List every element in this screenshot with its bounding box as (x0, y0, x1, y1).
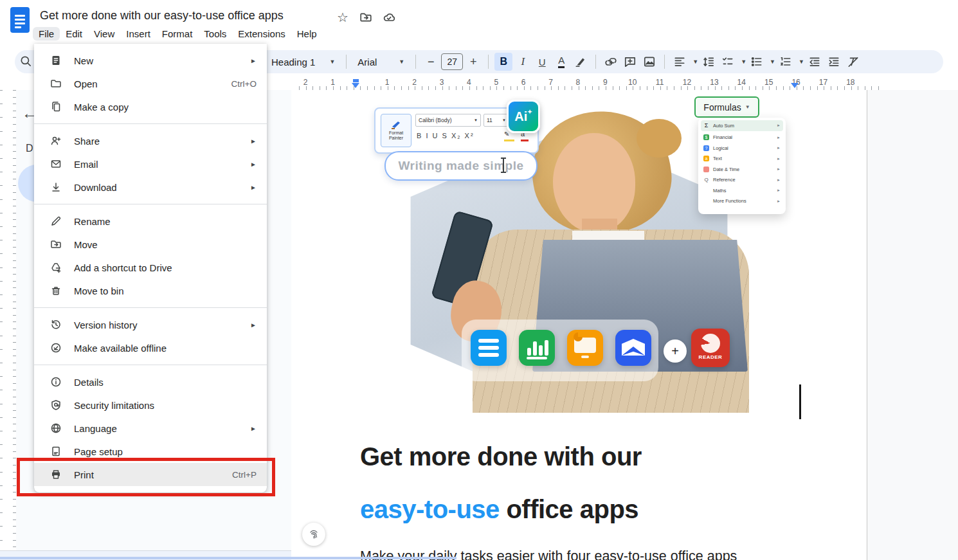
trash-icon (50, 285, 62, 296)
google-docs-app: { "colors": { "annotation_red": "#e1251b… (0, 0, 958, 560)
writing-made-simple-pill: Writing made simple (384, 151, 538, 181)
submenu-arrow-icon: ► (250, 184, 257, 191)
add-comment-icon[interactable] (621, 53, 639, 71)
share-person-add-icon (50, 135, 62, 147)
copy-icon (50, 101, 62, 113)
chevron-down-icon: ▼ (770, 59, 775, 65)
menu-item-rename[interactable]: Rename (34, 210, 267, 233)
menu-item-add-shortcut-to-drive[interactable]: Add a shortcut to Drive (34, 256, 267, 279)
mail-app-icon (615, 330, 651, 366)
decrease-font-size-button[interactable]: − (422, 53, 440, 71)
font-size-input[interactable]: 27 (441, 53, 463, 70)
menu-format[interactable]: Format (156, 27, 199, 41)
menu-item-move[interactable]: Move (34, 233, 267, 256)
menu-item-version-history[interactable]: Version history ► (34, 313, 267, 336)
menu-item-language[interactable]: Language ► (34, 417, 267, 440)
star-icon[interactable]: ☆ (336, 10, 350, 24)
right-indent-marker[interactable] (791, 83, 799, 88)
chevron-down-icon: ▼ (329, 59, 335, 65)
menu-item-share[interactable]: Share ► (34, 129, 267, 152)
insert-image-icon[interactable] (640, 53, 658, 71)
open-folder-icon (50, 78, 62, 89)
first-line-indent-marker[interactable] (353, 79, 359, 82)
hero-image: + READER Format Painter Calibri (Body)▼ … (360, 93, 797, 413)
menu-item-security-limitations[interactable]: Security limitations (34, 393, 267, 417)
mini-format-buttons: B I U S X₂ X² (417, 132, 474, 140)
menu-bar: File Edit View Insert Format Tools Exten… (33, 25, 323, 42)
menu-file[interactable]: File (33, 27, 60, 41)
vertical-ruler (0, 90, 17, 560)
clear-formatting-icon[interactable] (844, 53, 862, 71)
menu-help[interactable]: Help (291, 27, 323, 41)
sheets-app-icon (519, 330, 555, 366)
formatting-toolbar: Heading 1▼ Arial▼ − 27 + B I U A ▼ ▼ ▼ ▼ (266, 50, 862, 73)
text-cursor (799, 384, 801, 419)
underline-button[interactable]: U (533, 53, 551, 71)
line-spacing-icon[interactable] (700, 53, 718, 71)
menu-tools[interactable]: Tools (198, 27, 232, 41)
bold-button[interactable]: B (494, 53, 512, 71)
file-menu-dropdown: New ► Open Ctrl+O Make a copy Share ► Em… (34, 44, 267, 492)
highlight-color-icon[interactable] (572, 53, 590, 71)
text-color-button[interactable]: A (552, 53, 570, 71)
left-indent-marker[interactable] (352, 83, 359, 88)
menu-item-make-available-offline[interactable]: Make available offline (34, 336, 267, 359)
formulas-menu: ΣAuto Sum► $Financial► ?Logical► aText► … (698, 118, 786, 214)
ibeam-cursor-icon (503, 158, 504, 173)
align-icon[interactable] (671, 53, 689, 71)
paragraph-style-selector[interactable]: Heading 1▼ (266, 57, 340, 68)
cloud-saved-icon[interactable] (382, 10, 396, 24)
font-selector[interactable]: Arial▼ (352, 57, 410, 68)
menu-insert[interactable]: Insert (120, 27, 156, 41)
search-icon[interactable] (19, 55, 32, 70)
menu-item-download[interactable]: Download ► (34, 176, 267, 199)
increase-font-size-button[interactable]: + (464, 53, 482, 71)
bulleted-list-icon[interactable] (748, 53, 766, 71)
move-folder-icon[interactable] (359, 10, 373, 24)
chevron-down-icon: ▼ (399, 59, 404, 65)
insert-link-icon[interactable] (602, 53, 620, 71)
panel-partial-text: D (26, 143, 33, 154)
document-page[interactable]: + READER Format Painter Calibri (Body)▼ … (291, 90, 867, 560)
reader-app-icon: READER (691, 329, 730, 367)
menu-view[interactable]: View (88, 27, 120, 41)
drive-shortcut-icon (50, 262, 62, 273)
chevron-down-icon: ▼ (799, 59, 804, 65)
menu-extensions[interactable]: Extensions (232, 27, 291, 41)
mini-font-selector: Calibri (Body)▼ (415, 114, 481, 127)
document-title[interactable]: Get more done with our easy-to-use offic… (40, 9, 284, 23)
submenu-arrow-icon: ► (250, 57, 257, 64)
menu-item-email[interactable]: Email ► (34, 152, 267, 176)
doc-heading-line1[interactable]: Get more done with our (360, 442, 642, 471)
ai-badge-icon: Ai✦ (507, 100, 540, 133)
menu-item-details[interactable]: Details (34, 370, 267, 393)
menu-item-open[interactable]: Open Ctrl+O (34, 72, 267, 95)
decrease-indent-icon[interactable] (806, 53, 824, 71)
menu-edit[interactable]: Edit (60, 27, 88, 41)
google-docs-logo[interactable] (10, 7, 30, 33)
offline-check-icon (50, 342, 62, 354)
submenu-arrow-icon: ► (250, 425, 257, 432)
doc-heading-line2[interactable]: easy-to-use office apps (360, 495, 638, 524)
menu-item-make-a-copy[interactable]: Make a copy (34, 95, 267, 118)
new-doc-icon (50, 55, 62, 66)
italic-button[interactable]: I (514, 53, 532, 71)
checklist-icon[interactable] (719, 53, 737, 71)
language-globe-icon (50, 422, 62, 434)
right-gutter (867, 90, 958, 560)
numbered-list-icon[interactable] (777, 53, 795, 71)
page-setup-icon (50, 446, 62, 457)
plus-icon: + (664, 339, 687, 363)
menu-item-new[interactable]: New ► (34, 49, 267, 72)
menu-item-move-to-bin[interactable]: Move to bin (34, 279, 267, 302)
shortcut-label: Ctrl+O (231, 79, 257, 89)
format-painter-button: Format Painter (381, 114, 411, 147)
email-icon (50, 158, 62, 170)
rename-pencil-icon (50, 215, 62, 227)
bottom-scroll-strip[interactable] (0, 557, 456, 559)
fingerprint-button[interactable] (302, 523, 325, 546)
doc-heading-highlight: easy-to-use (360, 495, 500, 523)
ruler-margin-numbers: 21 (292, 78, 347, 87)
increase-indent-icon[interactable] (825, 53, 843, 71)
download-icon (50, 181, 62, 193)
